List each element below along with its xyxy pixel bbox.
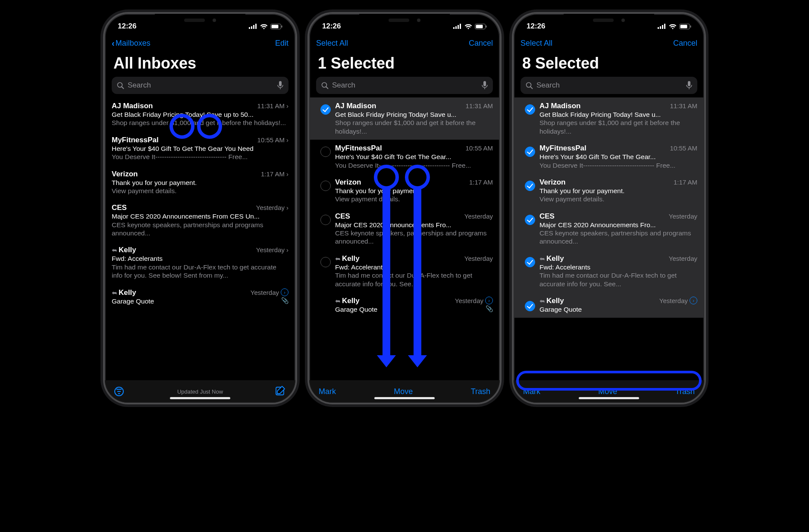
email-row[interactable]: AJ Madison11:31 AM Get Black Friday Pric… <box>309 97 500 140</box>
email-row[interactable]: AJ Madison11:31 AM Get Black Friday Pric… <box>514 97 704 140</box>
wifi-icon <box>464 24 472 29</box>
mark-button[interactable]: Mark <box>319 387 336 396</box>
reply-icon: ➦ <box>112 289 117 296</box>
email-row[interactable]: AJ Madison11:31 AM› Get Black Friday Pri… <box>105 97 295 131</box>
selection-checkbox[interactable] <box>320 147 331 157</box>
move-button[interactable]: Move <box>394 387 413 396</box>
status-time: 12:26 <box>118 22 136 31</box>
screenshot-1: 12:26 ‹ Mailboxes Edit All Inboxes AJ Ma… <box>103 12 297 404</box>
preview: Shop ranges under $1,000 and get it befo… <box>112 119 288 127</box>
cellular-icon <box>249 24 257 29</box>
chevron-right-icon: › <box>286 102 288 110</box>
select-all-button[interactable]: Select All <box>316 39 348 48</box>
screenshot-2: 12:26 Select All Cancel 1 Selected AJ Ma… <box>307 12 502 404</box>
email-row[interactable]: Verizon1:17 AM› Thank you for your payme… <box>105 166 295 200</box>
email-row[interactable]: ➦KellyYesterday Fwd: Accelerants Tim had… <box>309 250 500 292</box>
search-icon <box>526 82 533 89</box>
battery-icon <box>679 24 691 29</box>
svg-rect-0 <box>249 27 250 29</box>
thread-icon: › <box>281 288 288 296</box>
trash-button[interactable]: Trash <box>675 387 695 396</box>
svg-rect-25 <box>662 25 663 29</box>
search-field[interactable] <box>316 77 493 94</box>
selection-checkbox[interactable] <box>320 181 331 191</box>
selection-checkbox[interactable] <box>525 181 535 191</box>
page-title: 1 Selected <box>309 53 500 77</box>
svg-line-20 <box>326 87 328 89</box>
attachment-icon: 📎 <box>281 297 288 305</box>
edit-button[interactable]: Edit <box>275 39 288 48</box>
svg-rect-24 <box>660 26 661 29</box>
selection-checkbox[interactable] <box>525 147 535 157</box>
cancel-button[interactable]: Cancel <box>469 39 493 48</box>
svg-rect-28 <box>680 25 687 28</box>
search-field[interactable] <box>521 77 697 94</box>
svg-rect-23 <box>658 27 659 29</box>
email-row[interactable]: ➦KellyYesterday› Fwd: Accelerants Tim ha… <box>105 241 295 284</box>
selection-checkbox[interactable] <box>525 257 535 267</box>
search-icon <box>321 82 329 89</box>
svg-rect-3 <box>255 24 257 29</box>
bottom-toolbar: Updated Just Now <box>105 380 295 403</box>
email-row[interactable]: CESYesterday Major CES 2020 Announcement… <box>309 208 500 250</box>
svg-rect-13 <box>455 26 457 29</box>
selection-checkbox[interactable] <box>525 301 535 311</box>
page-title: 8 Selected <box>514 53 704 77</box>
email-row[interactable]: ➦KellyYesterday› Garage Quote 📎 <box>105 284 295 310</box>
status-text: Updated Just Now <box>105 388 295 395</box>
home-indicator[interactable] <box>579 397 639 399</box>
page-title: All Inboxes <box>105 53 295 77</box>
email-row[interactable]: MyFitnessPal10:55 AM Here's Your $40 Gif… <box>309 140 500 174</box>
email-row[interactable]: CESYesterday Major CES 2020 Announcement… <box>514 208 704 250</box>
move-button[interactable]: Move <box>598 387 617 396</box>
email-row[interactable]: ➦KellyYesterday› Garage Quote📎 <box>309 292 500 318</box>
selection-checkbox[interactable] <box>525 104 535 115</box>
wifi-icon <box>669 24 677 29</box>
email-row[interactable]: Verizon1:17 AM Thank you for your paymen… <box>514 174 704 208</box>
svg-rect-5 <box>272 25 279 28</box>
svg-rect-26 <box>664 24 665 29</box>
svg-rect-15 <box>460 24 461 29</box>
mark-button[interactable]: Mark <box>523 387 540 396</box>
email-row[interactable]: MyFitnessPal10:55 AM› Here's Your $40 Gi… <box>105 131 295 166</box>
bottom-toolbar: Mark Move Trash <box>309 380 500 403</box>
home-indicator[interactable] <box>170 397 230 399</box>
email-row[interactable]: CESYesterday› Major CES 2020 Announcemen… <box>105 199 295 241</box>
svg-rect-2 <box>253 25 254 29</box>
home-indicator[interactable] <box>374 397 435 399</box>
selection-checkbox[interactable] <box>320 257 331 267</box>
svg-rect-9 <box>279 81 282 86</box>
reply-icon: ➦ <box>112 247 117 253</box>
mic-icon[interactable] <box>482 81 488 90</box>
bottom-toolbar: Mark Move Trash <box>514 380 704 403</box>
svg-rect-32 <box>688 81 690 86</box>
email-row[interactable]: ➦KellyYesterday Fwd: Accelerants Tim had… <box>514 250 704 292</box>
filter-button[interactable] <box>114 387 124 396</box>
select-all-button[interactable]: Select All <box>521 39 552 48</box>
svg-rect-6 <box>282 25 282 28</box>
search-field[interactable] <box>112 77 288 94</box>
svg-line-8 <box>122 87 124 89</box>
wifi-icon <box>260 24 268 29</box>
battery-icon <box>475 24 487 29</box>
email-row[interactable]: MyFitnessPal10:55 AM Here's Your $40 Gif… <box>514 140 704 174</box>
selection-checkbox[interactable] <box>525 215 535 225</box>
svg-rect-21 <box>483 81 486 86</box>
back-button[interactable]: ‹ Mailboxes <box>112 38 151 48</box>
svg-line-31 <box>530 87 533 89</box>
svg-rect-18 <box>486 25 487 28</box>
email-row[interactable]: Verizon1:17 AM Thank you for your paymen… <box>309 174 500 208</box>
email-row[interactable]: ➦KellyYesterday› Garage Quote <box>514 292 704 318</box>
search-input[interactable] <box>128 81 274 90</box>
mic-icon[interactable] <box>686 81 692 90</box>
trash-button[interactable]: Trash <box>471 387 490 396</box>
svg-rect-14 <box>458 25 459 29</box>
subject: Get Black Friday Pricing Today! Save up … <box>112 110 288 119</box>
cancel-button[interactable]: Cancel <box>673 39 697 48</box>
selection-checkbox[interactable] <box>320 104 331 115</box>
chevron-left-icon: ‹ <box>112 38 115 48</box>
selection-checkbox[interactable] <box>320 215 331 225</box>
compose-button[interactable] <box>275 385 286 398</box>
mic-icon[interactable] <box>277 81 283 90</box>
svg-rect-12 <box>453 27 455 29</box>
